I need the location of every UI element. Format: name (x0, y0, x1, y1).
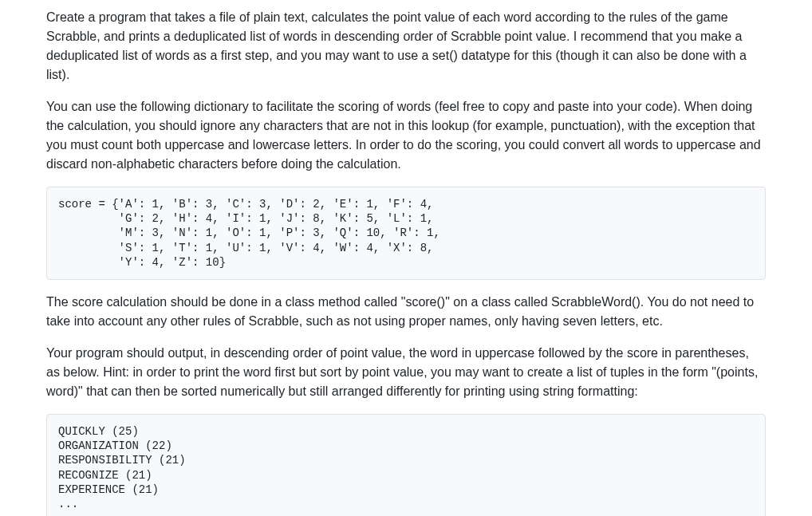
paragraph-output-format: Your program should output, in descendin… (46, 344, 766, 401)
paragraph-intro: Create a program that takes a file of pl… (46, 8, 766, 85)
paragraph-class-method: The score calculation should be done in … (46, 293, 766, 331)
code-block-score-dict: score = {'A': 1, 'B': 3, 'C': 3, 'D': 2,… (46, 187, 766, 280)
paragraph-dictionary-info: You can use the following dictionary to … (46, 97, 766, 174)
code-block-output-example: QUICKLY (25) ORGANIZATION (22) RESPONSIB… (46, 414, 766, 516)
